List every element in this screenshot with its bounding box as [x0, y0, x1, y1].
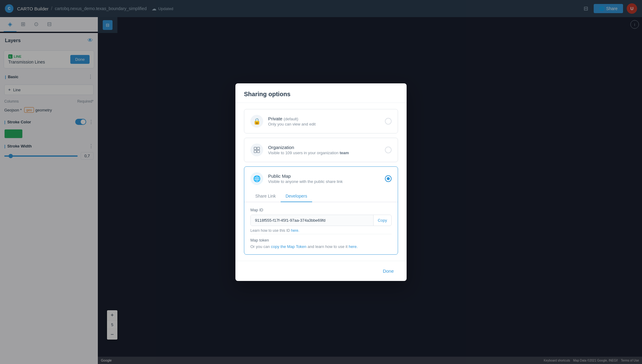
svg-rect-10 — [257, 147, 260, 150]
svg-rect-11 — [254, 150, 256, 153]
organization-option-card[interactable]: Organization Visible to 109 users in you… — [244, 138, 398, 162]
copy-map-token-link[interactable]: copy the Map Token — [271, 244, 306, 249]
map-id-label: Map ID — [250, 208, 392, 212]
modal-header: Sharing options — [235, 83, 407, 103]
organization-radio[interactable] — [385, 147, 392, 153]
tab-developers[interactable]: Developers — [281, 191, 312, 202]
public-map-card: 🌐 Public Map Visible to anyone with the … — [244, 166, 398, 255]
organization-option-text: Organization Visible to 109 users in you… — [268, 145, 349, 155]
hint-here-link[interactable]: here. — [291, 228, 299, 233]
svg-rect-12 — [257, 150, 260, 153]
public-option-title: Public Map — [268, 173, 343, 179]
developers-tab-content: Map ID Copy Learn how to use this ID her… — [244, 202, 398, 254]
private-default-tag: (default) — [284, 117, 298, 121]
modal-footer: Done — [235, 261, 407, 281]
private-option-text: Private (default) Only you can view and … — [268, 116, 315, 126]
public-option-text: Public Map Visible to anyone with the pu… — [268, 173, 343, 184]
map-token-label: Map token — [250, 238, 392, 242]
organization-option-icon — [250, 144, 263, 156]
tab-share-link[interactable]: Share Link — [250, 191, 281, 202]
private-radio[interactable] — [385, 118, 392, 125]
modal-title: Sharing options — [244, 91, 398, 98]
private-option-title: Private (default) — [268, 116, 315, 121]
map-id-input[interactable] — [251, 215, 373, 226]
map-id-hint: Learn how to use this ID here. — [250, 228, 392, 233]
organization-option-subtitle: Visible to 109 users in your organizatio… — [268, 151, 349, 155]
private-option-card[interactable]: 🔒 Private (default) Only you can view an… — [244, 109, 398, 133]
organization-option-title: Organization — [268, 145, 349, 150]
organization-team-bold: team — [340, 151, 349, 155]
private-option-icon: 🔒 — [250, 115, 263, 128]
svg-rect-9 — [254, 147, 256, 150]
public-option-subtitle: Visible to anyone with the public share … — [268, 179, 343, 184]
modal-done-button[interactable]: Done — [378, 266, 398, 276]
public-radio[interactable] — [385, 175, 392, 182]
public-card-top: 🌐 Public Map Visible to anyone with the … — [244, 167, 398, 191]
token-here-link[interactable]: here. — [349, 244, 358, 249]
organization-option-left: Organization Visible to 109 users in you… — [250, 144, 349, 156]
map-token-text: Or you can copy the Map Token and learn … — [250, 244, 392, 249]
public-option-left: 🌐 Public Map Visible to anyone with the … — [250, 172, 343, 185]
private-option-left: 🔒 Private (default) Only you can view an… — [250, 115, 315, 128]
modal-body: 🔒 Private (default) Only you can view an… — [235, 103, 407, 261]
map-id-input-row: Copy — [250, 215, 392, 226]
public-option-icon: 🌐 — [250, 172, 263, 185]
modal-overlay[interactable]: Sharing options 🔒 Private (default) Only… — [0, 0, 642, 364]
sharing-modal: Sharing options 🔒 Private (default) Only… — [235, 83, 407, 281]
divider — [250, 234, 392, 234]
private-option-subtitle: Only you can view and edit — [268, 122, 315, 126]
copy-map-id-button[interactable]: Copy — [373, 215, 391, 226]
public-tabs-row: Share Link Developers — [244, 191, 398, 202]
